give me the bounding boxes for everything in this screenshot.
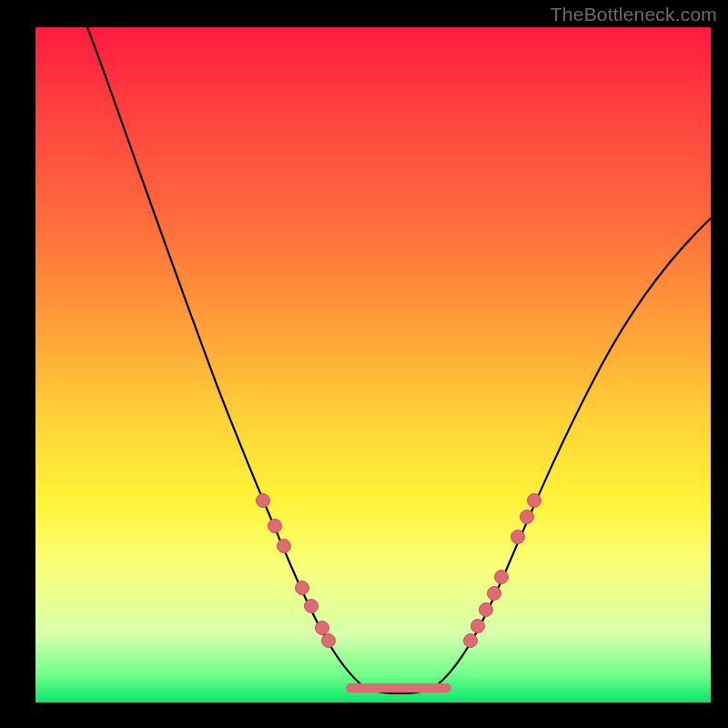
curve-dot	[511, 531, 525, 544]
curve-dot	[278, 540, 291, 553]
curve-dot	[521, 511, 534, 524]
bottleneck-curve-svg	[35, 27, 711, 703]
watermark-text: TheBottleneck.com	[551, 4, 717, 25]
curve-dot	[528, 494, 541, 508]
curve-dot	[305, 600, 318, 613]
curve-dot	[296, 581, 309, 595]
bottleneck-curve	[87, 27, 711, 693]
chart-frame: TheBottleneck.com	[0, 0, 728, 728]
curve-dot	[257, 494, 270, 508]
curve-dot	[495, 571, 509, 584]
curve-dot	[268, 520, 282, 533]
curve-dot	[488, 587, 501, 601]
plot-area	[35, 27, 711, 703]
curve-dot	[464, 634, 478, 648]
curve-dot	[471, 620, 485, 633]
curve-dot	[322, 634, 336, 648]
curve-dot	[480, 603, 493, 617]
curve-dot	[316, 622, 329, 635]
